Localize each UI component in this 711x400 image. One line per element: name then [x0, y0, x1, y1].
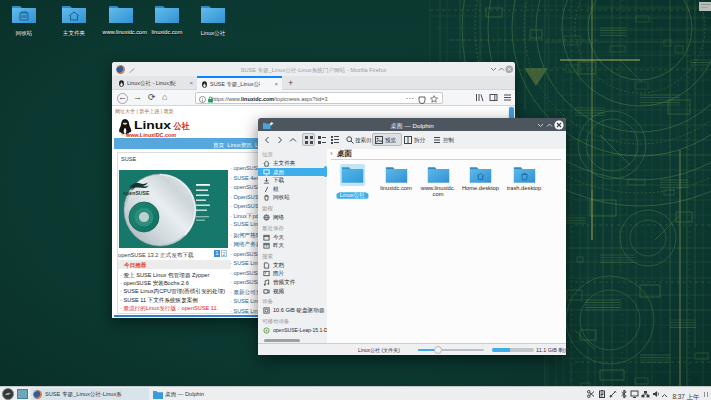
svg-text:www.LinuxIDC.com: www.LinuxIDC.com — [125, 131, 176, 138]
svg-text:Linux: Linux — [134, 119, 172, 131]
svg-text:openSUSE: openSUSE — [123, 190, 150, 196]
svg-text:公社: 公社 — [173, 121, 190, 131]
